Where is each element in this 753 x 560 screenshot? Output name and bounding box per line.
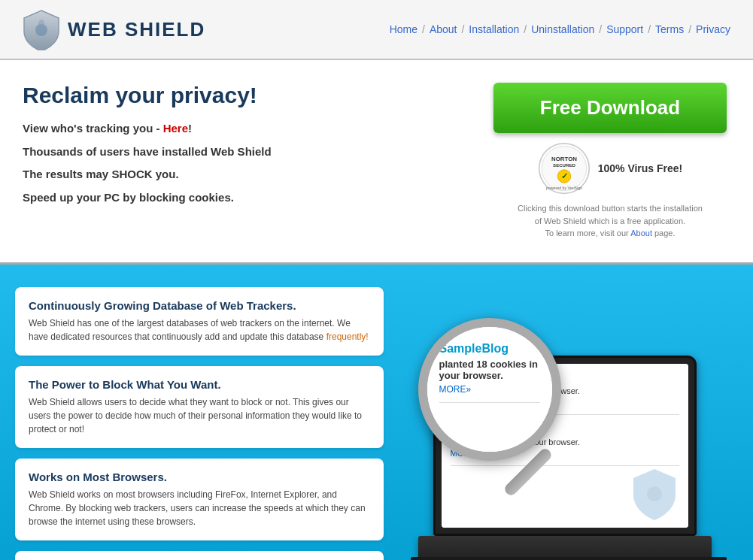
main-nav: Home / About / Installation / Uninstalla… <box>390 23 730 35</box>
nav-sep-1: / <box>422 23 425 35</box>
nav-terms[interactable]: Terms <box>655 23 684 35</box>
about-link[interactable]: About <box>630 229 652 238</box>
laptop-base-bottom <box>411 557 727 561</box>
feature-card-3: Works on Most Browsers. Web Shield works… <box>15 459 384 540</box>
nav-sep-6: / <box>688 23 691 35</box>
logo-text: WEB SHIELD <box>68 18 205 41</box>
nav-home[interactable]: Home <box>390 23 417 35</box>
disclaimer-line3: To learn more, visit our <box>545 229 630 238</box>
norton-area: NORTON SECURED ✓ powered by VeriSign 100… <box>538 142 683 195</box>
disclaimer-line2: of Web Shield which is a free applicatio… <box>535 216 685 226</box>
disclaimer: Clicking this download button starts the… <box>518 202 703 240</box>
feature-desc-1-highlight: frequently! <box>326 331 369 342</box>
mag-blog-more-1: MORE» <box>439 384 540 395</box>
nav-sep-3: / <box>524 23 527 35</box>
disclaimer-line4: page. <box>652 229 676 238</box>
svg-point-3 <box>542 146 587 191</box>
hero-line-2: Thousands of users have installed Web Sh… <box>23 144 414 161</box>
screen-shield-icon <box>628 468 681 520</box>
here-link[interactable]: Here <box>163 122 188 135</box>
mag-blog-entry-1: SampleBlog planted 18 cookies in your br… <box>439 342 540 403</box>
feature-desc-1: Web Shield has one of the largest databa… <box>29 316 370 344</box>
feature-desc-3: Web Shield works on most browsers includ… <box>29 488 370 528</box>
nav-sep-5: / <box>648 23 651 35</box>
nav-sep-2: / <box>461 23 464 35</box>
laptop-base <box>418 536 712 558</box>
feature-card-4: Easy to Use Interface Web Shield has a v… <box>15 551 384 561</box>
features-list: Continuously Growing Database of Web Tra… <box>15 287 384 561</box>
hero-section: Reclaim your privacy! View who's trackin… <box>0 60 753 265</box>
hero-title: Reclaim your privacy! <box>23 83 414 108</box>
hero-left: Reclaim your privacy! View who's trackin… <box>23 83 414 212</box>
hero-line1-prefix: View who's tracking you - <box>23 122 163 135</box>
hero-line1-suffix: ! <box>188 122 192 135</box>
magnifier: SampleBlog planted 18 cookies in your br… <box>418 318 561 461</box>
feature-title-3: Works on Most Browsers. <box>29 471 370 483</box>
nav-sep-4: / <box>599 23 602 35</box>
svg-text:powered by VeriSign: powered by VeriSign <box>546 186 582 190</box>
hero-right: Free Download NORTON SECURED ✓ powered b… <box>490 83 730 240</box>
feature-card-1: Continuously Growing Database of Web Tra… <box>15 287 384 356</box>
mag-blog-title-1: SampleBlog <box>439 342 540 356</box>
norton-text: 100% Virus Free! <box>598 162 683 174</box>
nav-support[interactable]: Support <box>606 23 643 35</box>
hero-line-3: The results may SHOCK you. <box>23 166 414 183</box>
svg-text:SECURED: SECURED <box>553 162 575 168</box>
laptop-illustration: SampleBlog planted 18 cookies in your br… <box>411 325 727 561</box>
features-section: Continuously Growing Database of Web Tra… <box>0 265 753 561</box>
shield-logo-icon <box>23 9 60 50</box>
features-illustration: SampleBlog planted 18 cookies in your br… <box>399 287 738 561</box>
svg-point-1 <box>38 20 44 29</box>
hero-line-4: Speed up your PC by blocking cookies. <box>23 189 414 207</box>
magnifier-content: SampleBlog planted 18 cookies in your br… <box>427 327 552 452</box>
logo-area: WEB SHIELD <box>23 9 205 50</box>
feature-title-2: The Power to Block What You Want. <box>29 378 370 391</box>
nav-privacy[interactable]: Privacy <box>696 23 730 35</box>
header: WEB SHIELD Home / About / Installation /… <box>0 0 753 60</box>
norton-badge-icon: NORTON SECURED ✓ powered by VeriSign <box>538 142 591 195</box>
svg-text:✓: ✓ <box>560 171 567 180</box>
svg-text:NORTON: NORTON <box>551 156 577 162</box>
nav-installation[interactable]: Installation <box>469 23 519 35</box>
download-button[interactable]: Free Download <box>493 83 727 133</box>
disclaimer-line1: Clicking this download button starts the… <box>518 204 703 213</box>
feature-desc-2: Web Shield allows users to decide what t… <box>29 395 370 436</box>
svg-point-9 <box>647 486 662 501</box>
nav-about[interactable]: About <box>430 23 457 35</box>
nav-uninstallation[interactable]: Uninstallation <box>531 23 594 35</box>
feature-card-2: The Power to Block What You Want. Web Sh… <box>15 366 384 448</box>
feature-title-1: Continuously Growing Database of Web Tra… <box>29 299 370 312</box>
feature-desc-1-normal: Web Shield has one of the largest databa… <box>29 318 351 342</box>
mag-blog-text-1: planted 18 cookies in your browser. <box>439 359 540 381</box>
hero-line-1: View who's tracking you - Here! <box>23 120 414 138</box>
